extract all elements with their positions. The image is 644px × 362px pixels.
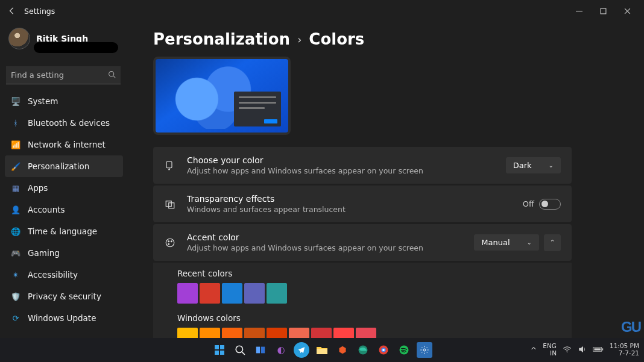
nav-icon: 🎮	[11, 248, 21, 258]
search-icon	[108, 70, 116, 80]
tray-wifi-icon[interactable]	[563, 346, 572, 355]
start-button[interactable]	[212, 342, 227, 358]
svg-rect-9	[215, 345, 219, 349]
taskbar-app-spotify[interactable]	[396, 342, 412, 358]
nav-icon: ▦	[11, 183, 21, 193]
svg-point-22	[423, 349, 426, 351]
svg-point-5	[166, 239, 174, 247]
choose-color-dropdown[interactable]: Dark ⌄	[506, 157, 561, 173]
transparency-icon	[164, 198, 176, 210]
title-bar: Settings	[0, 0, 644, 22]
accent-panel: Recent colors Windows colors	[153, 263, 572, 338]
nav-icon: 🖌️	[11, 161, 21, 171]
color-swatch[interactable]	[177, 328, 198, 338]
color-swatch[interactable]	[222, 283, 242, 304]
taskbar-app-edge[interactable]	[355, 342, 371, 358]
svg-rect-11	[215, 351, 219, 355]
sidebar-item-accessibility[interactable]: ✴Accessibility	[5, 264, 123, 286]
back-button[interactable]	[5, 4, 19, 18]
taskbar-app-brave[interactable]: ⬢	[335, 342, 350, 358]
sidebar-item-system[interactable]: 🖥️System	[5, 90, 123, 112]
nav-label: Privacy & security	[28, 292, 101, 301]
color-swatch[interactable]	[222, 328, 242, 338]
svg-rect-14	[256, 347, 260, 354]
taskbar-app-telegram[interactable]	[294, 342, 309, 358]
color-swatch[interactable]	[289, 328, 309, 338]
close-button[interactable]	[615, 2, 639, 19]
sidebar-item-gaming[interactable]: 🎮Gaming	[5, 242, 123, 264]
taskbar-app-1[interactable]: ◐	[273, 342, 289, 358]
taskbar-app-chrome[interactable]	[376, 342, 391, 358]
system-tray: ^ ENGIN 11:05 PM7-7-21	[530, 343, 644, 357]
color-swatch[interactable]	[356, 328, 376, 338]
taskbar: ◐ ⬢ ^ ENGIN	[0, 338, 644, 362]
accent-sub: Adjust how apps and Windows surfaces app…	[187, 243, 423, 252]
minimize-button[interactable]	[567, 2, 591, 19]
profile-email-redacted	[34, 42, 118, 53]
svg-rect-10	[220, 345, 224, 349]
sidebar-item-network-internet[interactable]: 📶Network & internet	[5, 134, 123, 155]
sidebar: Ritik Singh Find a setting 🖥️SystemᚼBlue…	[0, 22, 127, 338]
transparency-sub: Windows and surfaces appear translucent	[187, 205, 346, 214]
windows-colors-label: Windows colors	[177, 313, 548, 323]
recent-colors-row	[177, 283, 548, 304]
svg-rect-12	[220, 351, 224, 355]
sidebar-item-bluetooth-devices[interactable]: ᚼBluetooth & devices	[5, 112, 123, 134]
nav-icon: 🌐	[11, 226, 21, 236]
sidebar-item-accounts[interactable]: 👤Accounts	[5, 199, 123, 220]
color-swatch[interactable]	[177, 283, 198, 304]
theme-preview	[153, 57, 291, 135]
transparency-card[interactable]: Transparency effects Windows and surface…	[153, 186, 572, 222]
profile-block[interactable]: Ritik Singh	[5, 24, 123, 55]
svg-point-13	[236, 346, 242, 352]
transparency-toggle[interactable]	[539, 199, 561, 210]
taskbar-search-icon[interactable]	[232, 342, 248, 358]
svg-point-8	[168, 243, 169, 245]
svg-rect-0	[601, 8, 606, 14]
color-swatch[interactable]	[311, 328, 332, 338]
svg-rect-15	[261, 347, 265, 354]
accent-mode-dropdown[interactable]: Manual ⌄	[474, 234, 539, 251]
maximize-button[interactable]	[591, 2, 615, 19]
color-swatch[interactable]	[200, 283, 220, 304]
nav-label: Bluetooth & devices	[28, 118, 110, 128]
tray-volume-icon[interactable]	[578, 345, 587, 355]
avatar	[8, 28, 30, 49]
sidebar-item-apps[interactable]: ▦Apps	[5, 177, 123, 199]
nav-icon: 🖥️	[11, 96, 21, 106]
nav-label: Network & internet	[28, 140, 106, 149]
color-swatch[interactable]	[333, 328, 354, 338]
nav-label: Gaming	[28, 248, 60, 258]
breadcrumb: Personalization › Colors	[153, 30, 620, 48]
tray-battery-icon[interactable]	[593, 346, 604, 355]
nav-label: Apps	[28, 183, 48, 193]
svg-point-7	[171, 240, 172, 242]
search-input[interactable]: Find a setting	[6, 66, 121, 84]
choose-color-card[interactable]: Choose your color Adjust how apps and Wi…	[153, 147, 572, 184]
svg-point-20	[382, 349, 385, 351]
nav-icon: 👤	[11, 205, 21, 214]
content-area: Personalization › Colors Choose your col…	[127, 22, 644, 338]
taskbar-explorer-icon[interactable]	[314, 342, 330, 358]
transparency-state: Off	[523, 199, 534, 208]
color-swatch[interactable]	[267, 283, 287, 304]
tray-language[interactable]: ENGIN	[543, 343, 557, 357]
accent-color-card[interactable]: Accent color Adjust how apps and Windows…	[153, 224, 572, 261]
sidebar-item-personalization[interactable]: 🖌️Personalization	[5, 155, 123, 177]
sidebar-item-privacy-security[interactable]: 🛡️Privacy & security	[5, 286, 123, 307]
tray-chevron-icon[interactable]: ^	[530, 346, 537, 355]
color-swatch[interactable]	[244, 328, 265, 338]
color-swatch[interactable]	[267, 328, 287, 338]
accent-title: Accent color	[187, 232, 423, 242]
color-swatch[interactable]	[244, 283, 265, 304]
color-swatch[interactable]	[200, 328, 220, 338]
sidebar-item-time-language[interactable]: 🌐Time & language	[5, 220, 123, 242]
tray-clock[interactable]: 11:05 PM7-7-21	[610, 343, 639, 357]
sidebar-item-windows-update[interactable]: ⟳Windows Update	[5, 307, 123, 329]
taskview-icon[interactable]	[253, 342, 268, 358]
accent-collapse-button[interactable]: ⌃	[544, 234, 561, 251]
sidebar-nav: 🖥️SystemᚼBluetooth & devices📶Network & i…	[5, 90, 123, 329]
taskbar-settings-icon[interactable]	[417, 342, 432, 358]
breadcrumb-parent[interactable]: Personalization	[153, 30, 290, 48]
chevron-right-icon: ›	[297, 33, 301, 46]
